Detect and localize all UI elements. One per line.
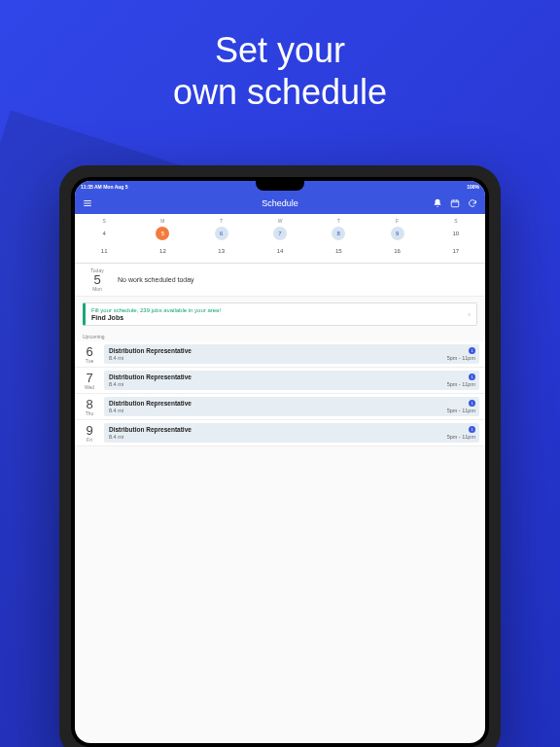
tablet-frame: 11:35 AM Mon Aug 5 100% Schedule SMTWT — [59, 165, 501, 747]
job-row: 7WedDistribution Representative8.4 mi15p… — [75, 368, 485, 394]
job-badge: 1 — [469, 374, 475, 380]
svg-rect-3 — [451, 200, 459, 207]
refresh-icon[interactable] — [468, 198, 477, 208]
job-card[interactable]: Distribution Representative8.4 mi15pm - … — [104, 397, 479, 416]
job-date-num: 9 — [75, 424, 104, 437]
job-card[interactable]: Distribution Representative8.4 mi15pm - … — [104, 344, 479, 364]
calendar-day[interactable]: 6 — [192, 226, 251, 241]
top-bar: Schedule — [75, 193, 485, 214]
job-date-dow: Fri — [75, 437, 104, 443]
job-date: 6Tue — [75, 341, 104, 367]
calendar-day[interactable]: 7 — [251, 226, 309, 241]
job-title: Distribution Representative — [109, 426, 474, 433]
calendar-day[interactable]: 16 — [368, 243, 426, 259]
job-distance: 8.4 mi — [109, 381, 474, 387]
dow-label: S — [75, 218, 133, 224]
job-distance: 8.4 mi — [109, 434, 474, 440]
calendar-day[interactable]: 14 — [251, 243, 309, 259]
calendar-day-num: 10 — [449, 227, 463, 240]
job-time: 5pm - 11pm — [447, 408, 475, 413]
calendar-day[interactable]: 12 — [133, 243, 192, 259]
promo-text: Fill your schedule, 239 jobs available i… — [91, 307, 471, 313]
notch — [256, 181, 304, 191]
job-row: 6TueDistribution Representative8.4 mi15p… — [75, 341, 485, 368]
job-title: Distribution Representative — [109, 347, 474, 354]
hero-title: Set your own schedule — [0, 0, 560, 140]
calendar-day[interactable]: 10 — [427, 226, 485, 241]
calendar-day[interactable]: 17 — [427, 243, 485, 259]
today-row: Today 5 Mon No work scheduled today — [75, 264, 485, 297]
hero-line1: Set your — [215, 30, 345, 70]
calendar-day-num: 7 — [273, 227, 287, 240]
job-date-dow: Tue — [75, 358, 104, 364]
job-time: 5pm - 11pm — [447, 434, 475, 440]
status-time: 11:35 AM Mon Aug 5 — [81, 184, 128, 190]
bell-icon[interactable] — [433, 198, 442, 208]
job-date-dow: Wed — [75, 384, 104, 390]
tablet-bezel: 11:35 AM Mon Aug 5 100% Schedule SMTWT — [71, 177, 489, 747]
upcoming-header: Upcoming — [75, 332, 485, 341]
calendar-day-num: 8 — [332, 227, 345, 240]
dow-label: M — [133, 218, 192, 224]
job-date: 7Wed — [75, 368, 104, 393]
job-distance: 8.4 mi — [109, 408, 474, 413]
job-date-num: 6 — [75, 345, 104, 358]
page-title: Schedule — [262, 198, 298, 208]
hero-line2: own schedule — [173, 72, 387, 112]
job-distance: 8.4 mi — [109, 355, 474, 361]
calendar-day[interactable]: 5 — [133, 226, 192, 241]
dow-label: S — [427, 218, 485, 224]
dow-label: T — [192, 218, 251, 224]
job-badge: 1 — [469, 400, 475, 407]
calendar-icon[interactable] — [450, 198, 460, 208]
calendar-day-num: 5 — [156, 227, 169, 240]
job-badge: 1 — [469, 347, 475, 354]
job-badge: 1 — [469, 426, 475, 433]
dow-label: W — [251, 218, 309, 224]
calendar-day[interactable]: 15 — [309, 243, 368, 259]
job-date: 8Thu — [75, 394, 104, 419]
job-date: 9Fri — [75, 420, 104, 445]
menu-icon[interactable] — [83, 198, 92, 208]
calendar-day-num: 9 — [391, 227, 404, 240]
today-message: No work scheduled today — [112, 276, 194, 283]
calendar-day[interactable]: 11 — [75, 243, 133, 259]
job-card[interactable]: Distribution Representative8.4 mi15pm - … — [104, 371, 479, 390]
job-row: 9FriDistribution Representative8.4 mi15p… — [75, 420, 485, 446]
calendar-day[interactable]: 8 — [309, 226, 368, 241]
job-time: 5pm - 11pm — [447, 381, 475, 387]
app-screen: 11:35 AM Mon Aug 5 100% Schedule SMTWT — [75, 181, 485, 743]
job-date-num: 8 — [75, 398, 104, 410]
calendar-strip: SMTWTFS 45678910 11121314151617 — [75, 214, 485, 264]
calendar-day[interactable]: 13 — [192, 243, 251, 259]
calendar-day[interactable]: 9 — [368, 226, 426, 241]
chevron-right-icon: › — [468, 310, 471, 319]
job-row: 8ThuDistribution Representative8.4 mi15p… — [75, 394, 485, 420]
dow-label: T — [309, 218, 368, 224]
calendar-day[interactable]: 4 — [75, 226, 133, 241]
find-jobs-promo[interactable]: Fill your schedule, 239 jobs available i… — [83, 302, 477, 326]
job-title: Distribution Representative — [109, 400, 474, 407]
job-time: 5pm - 11pm — [447, 355, 475, 361]
job-card[interactable]: Distribution Representative8.4 mi15pm - … — [104, 423, 479, 443]
calendar-day-num: 6 — [215, 227, 228, 240]
job-title: Distribution Representative — [109, 374, 474, 380]
today-dow: Mon — [83, 286, 112, 292]
promo-cta: Find Jobs — [91, 314, 471, 321]
calendar-day-num: 4 — [97, 227, 111, 240]
today-date: Today 5 Mon — [83, 267, 112, 292]
status-battery: 100% — [467, 184, 479, 190]
today-num: 5 — [83, 273, 112, 286]
job-date-num: 7 — [75, 372, 104, 384]
job-date-dow: Thu — [75, 410, 104, 416]
dow-label: F — [368, 218, 426, 224]
